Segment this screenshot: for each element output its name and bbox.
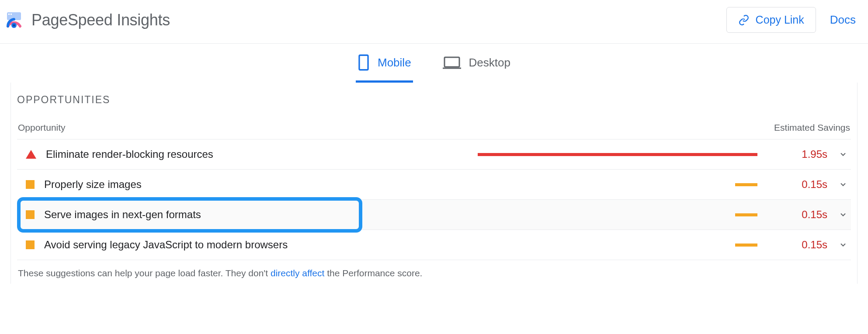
savings-value: 0.15s bbox=[788, 178, 827, 191]
opportunity-row[interactable]: Serve images in next-gen formats0.15s bbox=[17, 200, 851, 230]
savings-bar bbox=[735, 183, 757, 186]
chevron-down-icon[interactable] bbox=[837, 148, 849, 160]
savings-bar bbox=[478, 153, 757, 156]
app-header: PageSpeed Insights Copy Link Docs bbox=[0, 0, 868, 44]
average-square-icon bbox=[26, 240, 35, 249]
opportunity-label: Eliminate render-blocking resources bbox=[46, 148, 213, 160]
tab-mobile[interactable]: Mobile bbox=[356, 52, 413, 83]
opportunities-section: OPPORTUNITIES Opportunity Estimated Savi… bbox=[10, 83, 858, 284]
svg-rect-6 bbox=[444, 57, 459, 67]
section-title: OPPORTUNITIES bbox=[17, 94, 851, 106]
col-savings: Estimated Savings bbox=[774, 122, 850, 133]
opportunity-label: Properly size images bbox=[44, 178, 142, 191]
pagespeed-logo-icon bbox=[4, 10, 24, 30]
tab-mobile-label: Mobile bbox=[378, 56, 411, 70]
savings-value: 0.15s bbox=[788, 209, 827, 221]
chevron-down-icon[interactable] bbox=[837, 239, 849, 251]
savings-bar-wrap bbox=[478, 244, 757, 247]
svg-rect-5 bbox=[359, 55, 368, 70]
app-title: PageSpeed Insights bbox=[31, 11, 170, 29]
copy-link-label: Copy Link bbox=[756, 14, 804, 26]
average-square-icon bbox=[26, 210, 35, 219]
opportunities-header-row: Opportunity Estimated Savings bbox=[17, 122, 851, 139]
mobile-icon bbox=[358, 54, 370, 71]
docs-link[interactable]: Docs bbox=[830, 13, 856, 27]
svg-point-4 bbox=[13, 24, 15, 26]
svg-rect-2 bbox=[10, 14, 12, 15]
savings-bar-wrap bbox=[478, 183, 757, 186]
opportunities-footer: These suggestions can help your page loa… bbox=[17, 260, 851, 278]
average-square-icon bbox=[26, 180, 35, 189]
savings-bar-wrap bbox=[478, 213, 757, 216]
link-icon bbox=[738, 14, 750, 26]
savings-bar bbox=[735, 213, 757, 216]
opportunity-label: Avoid serving legacy JavaScript to moder… bbox=[44, 239, 288, 251]
chevron-down-icon[interactable] bbox=[837, 178, 849, 191]
device-tabs: Mobile Desktop bbox=[0, 44, 868, 83]
header-left: PageSpeed Insights bbox=[4, 10, 170, 30]
svg-rect-1 bbox=[8, 14, 10, 15]
savings-bar bbox=[735, 244, 757, 247]
tab-desktop[interactable]: Desktop bbox=[441, 52, 512, 83]
savings-value: 1.95s bbox=[788, 148, 827, 160]
desktop-icon bbox=[443, 56, 461, 70]
chevron-down-icon[interactable] bbox=[837, 209, 849, 221]
savings-bar-wrap bbox=[478, 153, 757, 156]
fail-triangle-icon bbox=[26, 150, 36, 159]
header-right: Copy Link Docs bbox=[726, 7, 856, 33]
footer-suffix: the Performance score. bbox=[324, 268, 422, 278]
copy-link-button[interactable]: Copy Link bbox=[726, 7, 816, 33]
tab-desktop-label: Desktop bbox=[469, 56, 510, 70]
footer-link[interactable]: directly affect bbox=[271, 268, 324, 278]
opportunity-row[interactable]: Eliminate render-blocking resources1.95s bbox=[17, 139, 851, 170]
opportunity-row[interactable]: Avoid serving legacy JavaScript to moder… bbox=[17, 230, 851, 260]
savings-value: 0.15s bbox=[788, 239, 827, 251]
footer-prefix: These suggestions can help your page loa… bbox=[18, 268, 271, 278]
opportunity-row[interactable]: Properly size images0.15s bbox=[17, 170, 851, 200]
opportunity-label: Serve images in next-gen formats bbox=[44, 209, 201, 221]
col-opportunity: Opportunity bbox=[18, 122, 66, 133]
